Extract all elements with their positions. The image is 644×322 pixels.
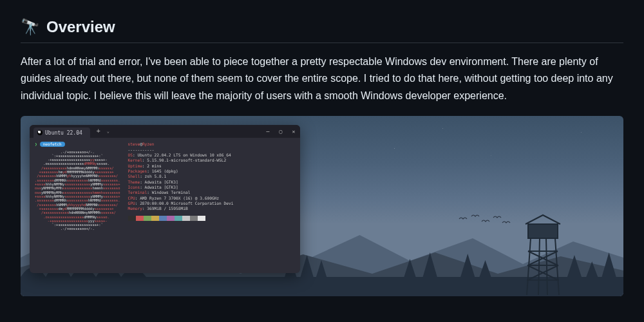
minimize-button[interactable]: ─ (265, 129, 270, 134)
watchtower-illustration (520, 213, 565, 296)
color-swatch (128, 216, 136, 221)
neofetch-info: steve@Ryzen ----------- OS: Ubuntu 22.04… (128, 142, 234, 270)
telescope-icon: 🔭 (21, 18, 40, 36)
color-swatch (151, 216, 159, 221)
terminal-tab[interactable]: Ubuntu 22.04 (33, 128, 90, 138)
info-line: Icons: Adwaita [GTK3] (128, 185, 234, 190)
color-swatch (198, 216, 205, 221)
intro-paragraph: After a lot of trial and error, I've bee… (21, 53, 623, 104)
color-swatch (144, 216, 151, 221)
svg-line-4 (538, 238, 540, 295)
color-swatch (182, 216, 190, 221)
terminal-window: Ubuntu 22.04 + ⌄ ─ ▢ ✕ ❯ neofetch .-/+oo… (30, 125, 300, 273)
tux-icon (37, 130, 43, 135)
info-line: CPU: AMD Ryzen 7 3700X (16) @ 3.600GHz (128, 196, 234, 201)
info-line: Theme: Adwaita [GTK3] (128, 180, 234, 185)
close-button[interactable]: ✕ (291, 129, 296, 134)
section-heading: 🔭 Overview (21, 18, 623, 43)
terminal-titlebar: Ubuntu 22.04 + ⌄ ─ ▢ ✕ (30, 125, 300, 138)
color-swatch (190, 216, 198, 221)
color-swatch (167, 216, 175, 221)
info-line: Packages: 1645 (dpkg) (128, 169, 234, 174)
section-title: Overview (46, 18, 115, 36)
color-swatch (175, 216, 182, 221)
terminal-body: ❯ neofetch .-/+oossssoo+/-. `:+sssssssss… (30, 138, 300, 273)
color-swatches (128, 216, 234, 221)
svg-rect-1 (528, 224, 558, 238)
new-tab-button[interactable]: + (94, 128, 103, 135)
tab-dropdown-button[interactable]: ⌄ (107, 129, 109, 134)
info-line: OS: Ubuntu 22.04.2 LTS on Windows 10 x86… (128, 153, 234, 158)
prompt-caret-icon: ❯ (35, 142, 37, 147)
info-line: GPU: 2870:00:00.0 Microsoft Corporation … (128, 201, 234, 206)
maximize-button[interactable]: ▢ (278, 129, 283, 134)
neofetch-ascii-logo: .-/+oossssoo+/-. `:+ssssssssssssssssss+:… (35, 150, 120, 231)
color-swatch (159, 216, 167, 221)
prompt-command: neofetch (40, 142, 65, 147)
svg-line-5 (546, 238, 547, 295)
terminal-tab-label: Ubuntu 22.04 (45, 130, 82, 136)
color-swatch (136, 216, 144, 221)
info-line: Kernel: 5.15.90.1-microsoft-standard-WSL… (128, 158, 234, 163)
info-line: Uptime: 2 mins (128, 164, 234, 169)
info-line: Terminal: Windows Terminal (128, 190, 234, 195)
info-line: Memory: 369MiB / 15958MiB (128, 206, 234, 211)
info-line: Shell: zsh 5.8.1 (128, 174, 234, 179)
prompt-line: ❯ neofetch (35, 142, 120, 147)
birds-illustration (456, 213, 514, 232)
hero-screenshot: Ubuntu 22.04 + ⌄ ─ ▢ ✕ ❯ neofetch .-/+oo… (21, 116, 623, 296)
